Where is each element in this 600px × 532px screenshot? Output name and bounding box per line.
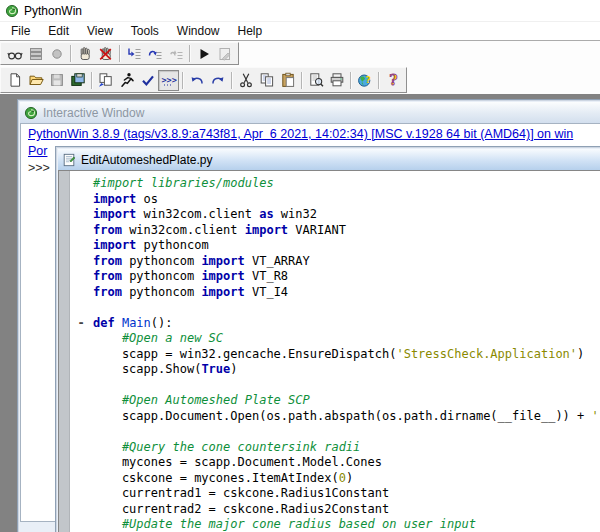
run-icon [196,46,212,62]
code-line [59,300,600,316]
stack-view-button [25,44,46,63]
reload-script-icon [98,72,114,88]
debug-toolbar [0,42,239,65]
save-all-button[interactable] [67,70,88,91]
toolbar-separator [119,45,120,62]
undo-icon [189,72,205,88]
code-text: scapp.Show(True) [93,362,238,376]
menu-item-window[interactable]: Window [168,23,229,39]
code-text: #Open Automeshed Plate SCP [93,393,310,407]
code-line: scapp.Document.Open(os.path.abspath(os.p… [59,409,600,425]
svg-text:>>>: >>> [161,75,176,85]
python-file-icon [62,153,76,167]
svg-text:?: ? [365,74,371,85]
menu-item-file[interactable]: File [2,23,39,39]
undo-button[interactable] [186,70,207,91]
toolbar-separator [350,72,351,89]
check-script-icon [140,72,156,88]
run-script-button[interactable] [116,70,137,91]
interactive-window-toggle-icon: >>> [161,72,177,88]
print-preview-icon [308,72,324,88]
step-icon [77,46,93,62]
step-over-button[interactable] [144,44,165,63]
watch-button[interactable] [4,44,25,63]
step-button[interactable] [74,44,95,63]
copy-icon [259,72,275,88]
window-title: PythonWin [24,4,82,18]
standard-toolbar: >>>?? [0,67,407,93]
cut-button[interactable] [235,70,256,91]
code-text: #Update the major cone radius based on u… [93,517,476,531]
paste-button[interactable] [277,70,298,91]
code-line: #Update the major cone radius based on u… [59,517,600,532]
code-text: import win32com.client as win32 [93,207,317,221]
menu-item-tools[interactable]: Tools [122,23,168,39]
run-button[interactable] [193,44,214,63]
pythonwin-logo-icon [5,4,19,18]
code-text: def Main(): [93,316,173,330]
help-about-button[interactable]: ? [382,70,403,91]
stop-debugging-button[interactable] [95,44,116,63]
help-about-icon: ? [385,72,401,88]
menu-item-view[interactable]: View [78,23,122,39]
step-out-icon [168,46,184,62]
interactive-window-toggle-button[interactable]: >>> [158,70,179,91]
toolbar-band: >>>?? [0,41,600,94]
print-button[interactable] [326,70,347,91]
mdi-area: Interactive Window PythonWin 3.8.9 (tags… [0,94,600,532]
reload-script-button[interactable] [95,70,116,91]
code-line: scapp.Show(True) [59,362,600,378]
code-line: from pythoncom import VT_ARRAY [59,254,600,270]
fold-marker[interactable]: - [72,316,90,330]
code-text: import pythoncom [93,238,209,252]
redo-button[interactable] [207,70,228,91]
breakpoint-toggle-icon [49,46,65,62]
code-line: scapp = win32.gencache.EnsureDispatch('S… [59,347,600,363]
code-text: from pythoncom import VT_I4 [93,285,288,299]
save-all-icon [70,72,86,88]
open-file-button[interactable] [25,70,46,91]
save-file-icon [49,72,65,88]
run-script-icon [119,72,135,88]
save-file-button [46,70,67,91]
code-line: #Query the cone countersink radii [59,440,600,456]
toolbar-separator [182,72,183,89]
code-text: from pythoncom import VT_ARRAY [93,254,310,268]
code-text: #import libraries/modules [93,176,274,190]
svg-text:?: ? [389,72,397,88]
breakpoint-toggle-button [46,44,67,63]
toolbar-separator [301,72,302,89]
help-contents-button[interactable]: ? [354,70,375,91]
pythonwin-window: PythonWin FileEditViewToolsWindowHelp >>… [0,0,600,532]
print-preview-button[interactable] [305,70,326,91]
code-line: cskcone = mycones.ItemAtIndex(0) [59,471,600,487]
copy-button[interactable] [256,70,277,91]
toolbar-separator [189,45,190,62]
redo-icon [210,72,226,88]
editor-window-titlebar[interactable]: EditAutomeshedPlate.py [58,149,600,170]
check-script-button[interactable] [137,70,158,91]
code-line: import win32com.client as win32 [59,207,600,223]
code-text: currentrad2 = cskcone.Radius2Constant [93,502,389,516]
code-text: scapp = win32.gencache.EnsureDispatch('S… [93,347,584,361]
stack-view-icon [28,46,44,62]
cut-icon [238,72,254,88]
menu-item-edit[interactable]: Edit [39,23,78,39]
print-icon [329,72,345,88]
code-line: #import libraries/modules [59,176,600,192]
menubar: FileEditViewToolsWindowHelp [0,22,600,41]
main-titlebar[interactable]: PythonWin [0,0,600,22]
editor-window-title: EditAutomeshedPlate.py [81,153,212,167]
stop-debugging-icon [98,46,114,62]
open-file-icon [28,72,44,88]
new-file-button[interactable] [4,70,25,91]
interactive-window-title: Interactive Window [43,106,144,120]
menu-item-help[interactable]: Help [229,23,272,39]
help-contents-icon: ? [357,72,373,88]
editor-content[interactable]: #import libraries/modulesimport osimport… [58,170,600,532]
edit-breakpoints-button [214,44,235,63]
toolbar-separator [378,72,379,89]
step-into-button[interactable] [123,44,144,63]
watch-icon [7,46,23,62]
interactive-window-titlebar[interactable]: Interactive Window [20,102,600,123]
